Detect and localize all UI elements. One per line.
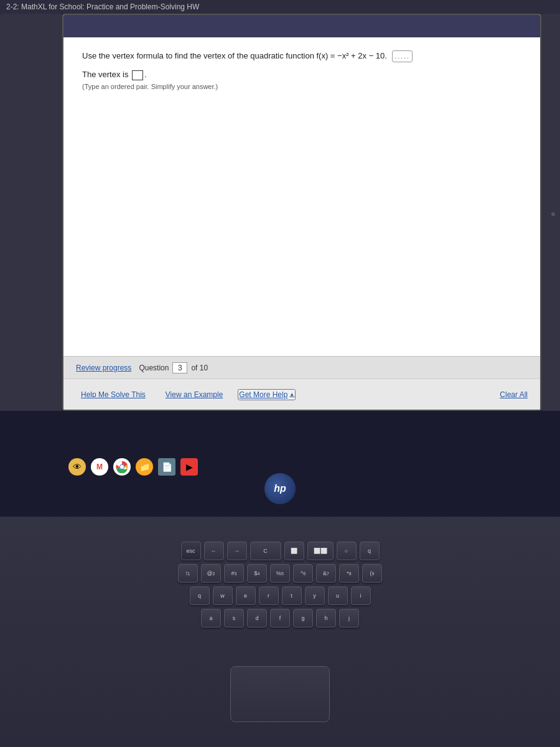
laptop-screen: Use the vertex formula to find the verte… (62, 14, 541, 411)
key-e[interactable]: e (236, 586, 256, 605)
key-q-special[interactable]: q (360, 542, 380, 560)
get-more-help-button[interactable]: Get More Help ▲ (238, 389, 296, 400)
key-rectangle[interactable]: ⬜⬜ (307, 542, 334, 560)
question-label: Question (139, 364, 169, 372)
key-caret[interactable]: ^6 (293, 564, 313, 583)
review-progress-button[interactable]: Review progress (76, 364, 131, 372)
title-bar: 2-2: MathXL for School: Practice and Pro… (0, 0, 560, 14)
key-row-a: a s d f g h j (25, 609, 535, 627)
key-openparen[interactable]: (9 (362, 564, 382, 583)
key-row-0: esc ← → C ⬜ ⬜⬜ ○ q (25, 542, 535, 560)
screen-right-bezel (541, 14, 560, 411)
side-dot (551, 212, 555, 216)
key-esc[interactable]: esc (181, 542, 201, 560)
key-w[interactable]: w (213, 586, 233, 605)
key-g[interactable]: g (293, 609, 313, 627)
key-h[interactable]: h (316, 609, 336, 627)
key-c[interactable]: C (250, 542, 281, 560)
key-f[interactable]: f (270, 609, 290, 627)
caret-up-icon: ▲ (289, 392, 294, 397)
key-u[interactable]: u (328, 586, 348, 605)
screen-header (63, 15, 540, 37)
hp-logo-area: hp (0, 473, 560, 504)
key-exclaim[interactable]: !1 (178, 564, 198, 583)
svg-point-2 (120, 465, 124, 469)
question-number[interactable]: 3 (172, 362, 187, 374)
keyboard-rows: esc ← → C ⬜ ⬜⬜ ○ q !1 @2 #3 $4 %5 ^6 &7 … (25, 542, 535, 631)
key-ampersand[interactable]: &7 (316, 564, 336, 583)
question-nav: Question 3 of 10 (139, 362, 208, 374)
key-row-numbers: !1 @2 #3 $4 %5 ^6 &7 *8 (9 (25, 564, 535, 583)
trackpad[interactable] (230, 666, 330, 722)
clear-all-button[interactable]: Clear All (500, 390, 528, 399)
hp-logo: hp (264, 473, 296, 504)
key-j[interactable]: j (339, 609, 359, 627)
key-circle[interactable]: ○ (337, 542, 357, 560)
progress-row: Review progress Question 3 of 10 (63, 356, 540, 378)
key-s[interactable]: s (224, 609, 244, 627)
dots-indicator: ..... (392, 50, 413, 62)
key-asterisk[interactable]: *8 (339, 564, 359, 583)
key-right[interactable]: → (227, 542, 247, 560)
of-label: of 10 (191, 364, 208, 372)
question-instruction: Use the vertex formula to find the verte… (82, 50, 521, 62)
key-r[interactable]: r (259, 586, 279, 605)
key-q[interactable]: q (190, 586, 210, 605)
vertex-line: The vertex is . (82, 70, 521, 80)
title-text: 2-2: MathXL for School: Practice and Pro… (6, 2, 199, 11)
bottom-toolbar: Help Me Solve This View an Example Get M… (63, 378, 540, 410)
type-instruction: (Type an ordered pair. Simplify your ans… (82, 83, 521, 90)
view-example-button[interactable]: View an Example (161, 388, 228, 402)
key-d[interactable]: d (247, 609, 267, 627)
screen-content: Use the vertex formula to find the verte… (63, 37, 540, 410)
key-at[interactable]: @2 (201, 564, 221, 583)
key-t[interactable]: t (282, 586, 302, 605)
answer-input-box[interactable] (132, 70, 143, 80)
key-percent[interactable]: %5 (270, 564, 290, 583)
key-row-q: q w e r t y u i (25, 586, 535, 605)
screen-left-bezel (0, 14, 62, 411)
key-dollar[interactable]: $4 (247, 564, 267, 583)
help-me-solve-button[interactable]: Help Me Solve This (76, 388, 151, 402)
key-i[interactable]: i (351, 586, 371, 605)
key-a[interactable]: a (201, 609, 221, 627)
key-hash[interactable]: #3 (224, 564, 244, 583)
keyboard-area: esc ← → C ⬜ ⬜⬜ ○ q !1 @2 #3 $4 %5 ^6 &7 … (0, 517, 560, 747)
key-y[interactable]: y (305, 586, 325, 605)
key-square[interactable]: ⬜ (284, 542, 304, 560)
key-left[interactable]: ← (204, 542, 224, 560)
